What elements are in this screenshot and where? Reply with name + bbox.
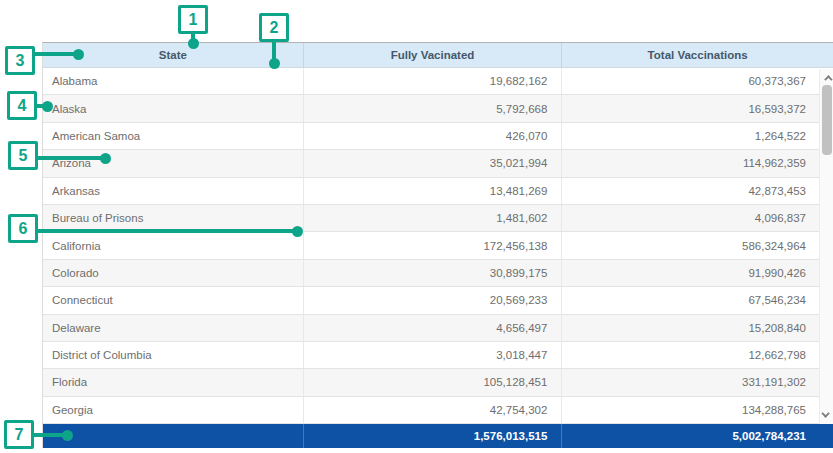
cell-fully-vacinated: 30,899,175 (303, 260, 562, 286)
cell-state: Connecticut (43, 287, 303, 313)
cell-fully-vacinated: 19,682,162 (303, 68, 562, 94)
cell-fully-vacinated: 20,569,233 (303, 287, 562, 313)
table-row[interactable]: Arizona 35,021,994 114,962,359 (43, 150, 833, 177)
callout-6-connector (33, 229, 297, 233)
cell-total-vaccinations: 1,264,522 (561, 123, 833, 149)
table-row[interactable]: District of Columbia 3,018,447 12,662,79… (43, 342, 833, 369)
callout-7-marker: 7 (4, 420, 34, 449)
cell-fully-vacinated: 3,018,447 (303, 342, 562, 368)
cell-state: American Samoa (43, 123, 303, 149)
table-row[interactable]: American Samoa 426,070 1,264,522 (43, 123, 833, 150)
cell-fully-vacinated: 105,128,451 (303, 369, 562, 395)
table-total-row: 1,576,013,515 5,002,784,231 (43, 424, 833, 448)
vertical-scrollbar[interactable] (819, 69, 833, 424)
cell-state: Alaska (43, 95, 303, 121)
cell-state: Florida (43, 369, 303, 395)
callout-3-marker: 3 (5, 46, 35, 75)
cell-total-vaccinations: 331,191,302 (561, 369, 833, 395)
cell-state: Colorado (43, 260, 303, 286)
cell-fully-vacinated: 1,481,602 (303, 205, 562, 231)
scrollbar-thumb[interactable] (822, 85, 832, 155)
table-row[interactable]: Arkansas 13,481,269 42,873,453 (43, 178, 833, 205)
cell-state: Arkansas (43, 178, 303, 204)
callout-2-dot (269, 58, 280, 69)
callout-3-dot (73, 49, 84, 60)
callout-6-dot (292, 226, 303, 237)
total-cell-fully-vacinated: 1,576,013,515 (303, 424, 562, 448)
callout-1-dot (188, 38, 199, 49)
callout-4-marker: 4 (7, 91, 37, 120)
cell-total-vaccinations: 15,208,840 (561, 315, 833, 341)
cell-state: Arizona (43, 150, 303, 176)
cell-state: District of Columbia (43, 342, 303, 368)
cell-state: California (43, 232, 303, 258)
table-header-row: State Fully Vacinated Total Vaccinations (43, 43, 833, 68)
total-cell-state (43, 424, 303, 448)
dashboard-table-screenshot: State Fully Vacinated Total Vaccinations… (0, 0, 833, 453)
vaccinations-table: State Fully Vacinated Total Vaccinations… (42, 42, 833, 448)
scrollbar-track[interactable] (820, 83, 833, 410)
chevron-down-icon (821, 409, 829, 417)
table-row[interactable]: California 172,456,138 586,324,964 (43, 232, 833, 259)
cell-total-vaccinations: 114,962,359 (561, 150, 833, 176)
total-cell-total-vaccinations: 5,002,784,231 (561, 424, 833, 448)
callout-5-dot (100, 153, 111, 164)
table-body: Alabama 19,682,162 60,373,367 Alaska 5,7… (43, 68, 833, 424)
table-row[interactable]: Colorado 30,899,175 91,990,426 (43, 260, 833, 287)
callout-4-dot (42, 101, 53, 112)
cell-total-vaccinations: 586,324,964 (561, 232, 833, 258)
cell-total-vaccinations: 60,373,367 (561, 68, 833, 94)
cell-fully-vacinated: 35,021,994 (303, 150, 562, 176)
cell-total-vaccinations: 42,873,453 (561, 178, 833, 204)
cell-fully-vacinated: 426,070 (303, 123, 562, 149)
cell-total-vaccinations: 16,593,372 (561, 95, 833, 121)
callout-5-marker: 5 (8, 141, 38, 170)
table-row[interactable]: Florida 105,128,451 331,191,302 (43, 369, 833, 396)
callout-7-dot (62, 430, 73, 441)
cell-state: Bureau of Prisons (43, 205, 303, 231)
cell-fully-vacinated: 42,754,302 (303, 397, 562, 423)
callout-5-connector (35, 156, 105, 160)
header-cell-fully-vacinated: Fully Vacinated (303, 43, 562, 67)
callout-6-marker: 6 (8, 214, 38, 243)
table-row[interactable]: Alabama 19,682,162 60,373,367 (43, 68, 833, 95)
cell-state: Delaware (43, 315, 303, 341)
scroll-down-button[interactable] (820, 408, 833, 422)
cell-fully-vacinated: 5,792,668 (303, 95, 562, 121)
callout-1-marker: 1 (178, 5, 208, 34)
cell-state: Georgia (43, 397, 303, 423)
cell-total-vaccinations: 91,990,426 (561, 260, 833, 286)
table-row[interactable]: Georgia 42,754,302 134,288,765 (43, 397, 833, 424)
cell-fully-vacinated: 172,456,138 (303, 232, 562, 258)
header-cell-total-vaccinations: Total Vaccinations (561, 43, 833, 67)
table-row[interactable]: Connecticut 20,569,233 67,546,234 (43, 287, 833, 314)
cell-total-vaccinations: 67,546,234 (561, 287, 833, 313)
cell-total-vaccinations: 134,288,765 (561, 397, 833, 423)
cell-total-vaccinations: 12,662,798 (561, 342, 833, 368)
cell-fully-vacinated: 13,481,269 (303, 178, 562, 204)
table-row[interactable]: Alaska 5,792,668 16,593,372 (43, 95, 833, 122)
cell-total-vaccinations: 4,096,837 (561, 205, 833, 231)
cell-state: Alabama (43, 68, 303, 94)
cell-fully-vacinated: 4,656,497 (303, 315, 562, 341)
table-row[interactable]: Delaware 4,656,497 15,208,840 (43, 315, 833, 342)
callout-2-marker: 2 (259, 13, 289, 42)
callout-3-connector (30, 52, 78, 56)
